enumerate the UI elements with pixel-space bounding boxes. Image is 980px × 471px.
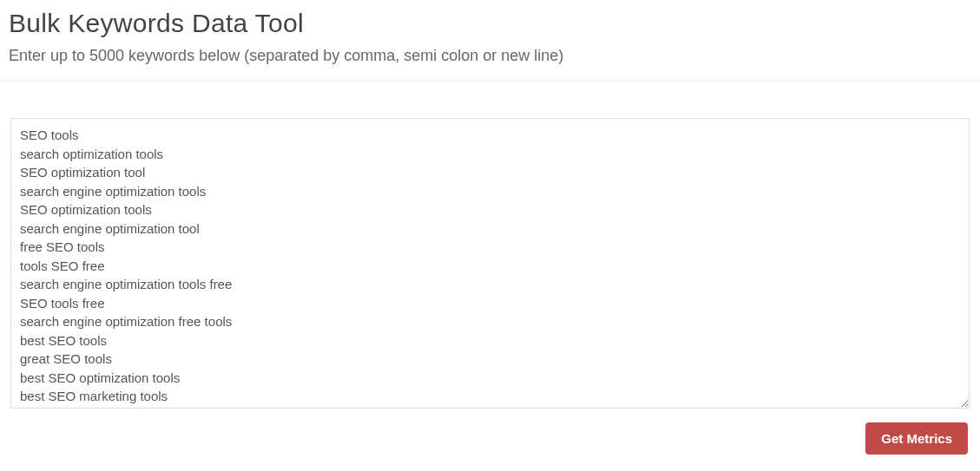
page-title: Bulk Keywords Data Tool — [9, 9, 971, 38]
keywords-input[interactable] — [10, 118, 970, 409]
get-metrics-button[interactable]: Get Metrics — [865, 422, 968, 455]
divider — [0, 81, 980, 82]
page-subtitle: Enter up to 5000 keywords below (separat… — [9, 47, 971, 65]
